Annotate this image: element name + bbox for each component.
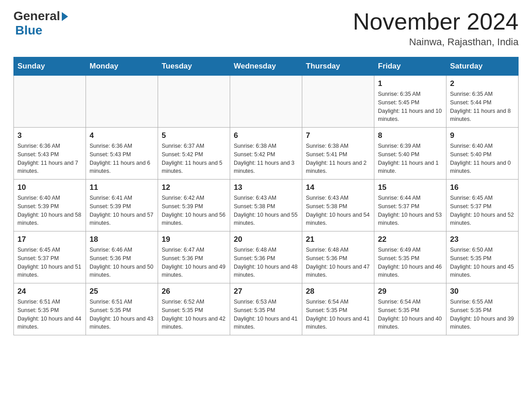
calendar-day-cell — [86, 76, 158, 128]
calendar-day-cell — [302, 76, 374, 128]
day-info: Sunrise: 6:35 AMSunset: 5:45 PMDaylight:… — [378, 90, 442, 124]
day-info: Sunrise: 6:54 AMSunset: 5:35 PMDaylight:… — [378, 298, 442, 331]
calendar-week-row: 1Sunrise: 6:35 AMSunset: 5:45 PMDaylight… — [14, 76, 519, 128]
day-number: 16 — [450, 183, 515, 192]
day-info: Sunrise: 6:48 AMSunset: 5:36 PMDaylight:… — [306, 246, 370, 279]
day-info: Sunrise: 6:50 AMSunset: 5:35 PMDaylight:… — [450, 246, 515, 279]
calendar-day-cell: 16Sunrise: 6:45 AMSunset: 5:37 PMDayligh… — [446, 180, 519, 231]
day-info: Sunrise: 6:45 AMSunset: 5:37 PMDaylight:… — [17, 246, 82, 279]
day-number: 27 — [234, 287, 298, 296]
day-info: Sunrise: 6:47 AMSunset: 5:36 PMDaylight:… — [162, 246, 226, 279]
calendar-header-row: SundayMondayTuesdayWednesdayThursdayFrid… — [14, 57, 519, 76]
calendar-day-cell: 3Sunrise: 6:36 AMSunset: 5:43 PMDaylight… — [14, 128, 86, 180]
day-info: Sunrise: 6:39 AMSunset: 5:40 PMDaylight:… — [378, 142, 442, 176]
day-of-week-header: Thursday — [302, 57, 374, 76]
calendar-day-cell: 25Sunrise: 6:51 AMSunset: 5:35 PMDayligh… — [86, 283, 158, 335]
calendar-day-cell: 26Sunrise: 6:52 AMSunset: 5:35 PMDayligh… — [158, 283, 230, 335]
day-number: 10 — [17, 183, 82, 192]
day-number: 14 — [306, 183, 370, 192]
calendar-table: SundayMondayTuesdayWednesdayThursdayFrid… — [13, 57, 519, 335]
page-container: General Blue November 2024 Nainwa, Rajas… — [0, 0, 532, 344]
calendar-day-cell: 17Sunrise: 6:45 AMSunset: 5:37 PMDayligh… — [14, 231, 86, 283]
calendar-title: November 2024 — [353, 9, 519, 34]
day-number: 4 — [90, 131, 154, 140]
day-info: Sunrise: 6:42 AMSunset: 5:39 PMDaylight:… — [162, 194, 226, 227]
calendar-day-cell: 27Sunrise: 6:53 AMSunset: 5:35 PMDayligh… — [230, 283, 302, 335]
day-number: 19 — [162, 235, 226, 244]
calendar-day-cell: 18Sunrise: 6:46 AMSunset: 5:36 PMDayligh… — [86, 231, 158, 283]
day-number: 30 — [450, 287, 515, 296]
day-info: Sunrise: 6:40 AMSunset: 5:40 PMDaylight:… — [450, 142, 515, 176]
day-of-week-header: Monday — [86, 57, 158, 76]
calendar-day-cell: 14Sunrise: 6:43 AMSunset: 5:38 PMDayligh… — [302, 180, 374, 231]
day-number: 11 — [90, 183, 154, 192]
calendar-day-cell: 8Sunrise: 6:39 AMSunset: 5:40 PMDaylight… — [374, 128, 446, 180]
day-number: 29 — [378, 287, 442, 296]
day-number: 23 — [450, 235, 515, 244]
day-number: 24 — [17, 287, 82, 296]
day-number: 18 — [90, 235, 154, 244]
calendar-day-cell: 30Sunrise: 6:55 AMSunset: 5:35 PMDayligh… — [446, 283, 519, 335]
day-number: 2 — [450, 79, 515, 88]
day-info: Sunrise: 6:37 AMSunset: 5:42 PMDaylight:… — [162, 142, 226, 176]
day-info: Sunrise: 6:43 AMSunset: 5:38 PMDaylight:… — [306, 194, 370, 227]
day-info: Sunrise: 6:41 AMSunset: 5:39 PMDaylight:… — [90, 194, 154, 227]
calendar-week-row: 3Sunrise: 6:36 AMSunset: 5:43 PMDaylight… — [14, 128, 519, 180]
logo-blue-text: Blue — [15, 23, 43, 38]
day-number: 8 — [378, 131, 442, 140]
day-number: 6 — [234, 131, 298, 140]
calendar-day-cell: 5Sunrise: 6:37 AMSunset: 5:42 PMDaylight… — [158, 128, 230, 180]
day-number: 25 — [90, 287, 154, 296]
calendar-day-cell: 4Sunrise: 6:36 AMSunset: 5:43 PMDaylight… — [86, 128, 158, 180]
day-number: 26 — [162, 287, 226, 296]
logo-general-text: General — [13, 9, 60, 23]
logo-top: General — [13, 9, 68, 23]
day-number: 1 — [378, 79, 442, 88]
calendar-week-row: 24Sunrise: 6:51 AMSunset: 5:35 PMDayligh… — [14, 283, 519, 335]
day-number: 3 — [17, 131, 82, 140]
calendar-day-cell: 7Sunrise: 6:38 AMSunset: 5:41 PMDaylight… — [302, 128, 374, 180]
day-info: Sunrise: 6:36 AMSunset: 5:43 PMDaylight:… — [90, 142, 154, 176]
calendar-day-cell: 11Sunrise: 6:41 AMSunset: 5:39 PMDayligh… — [86, 180, 158, 231]
logo-arrow-icon — [62, 12, 68, 21]
calendar-day-cell — [230, 76, 302, 128]
day-info: Sunrise: 6:36 AMSunset: 5:43 PMDaylight:… — [17, 142, 82, 176]
calendar-day-cell: 15Sunrise: 6:44 AMSunset: 5:37 PMDayligh… — [374, 180, 446, 231]
calendar-day-cell: 22Sunrise: 6:49 AMSunset: 5:35 PMDayligh… — [374, 231, 446, 283]
logo: General Blue — [13, 9, 68, 38]
day-info: Sunrise: 6:43 AMSunset: 5:38 PMDaylight:… — [234, 194, 298, 227]
day-number: 9 — [450, 131, 515, 140]
day-of-week-header: Tuesday — [158, 57, 230, 76]
calendar-day-cell: 1Sunrise: 6:35 AMSunset: 5:45 PMDaylight… — [374, 76, 446, 128]
day-number: 17 — [17, 235, 82, 244]
day-number: 22 — [378, 235, 442, 244]
day-info: Sunrise: 6:45 AMSunset: 5:37 PMDaylight:… — [450, 194, 515, 227]
day-info: Sunrise: 6:52 AMSunset: 5:35 PMDaylight:… — [162, 298, 226, 331]
day-info: Sunrise: 6:51 AMSunset: 5:35 PMDaylight:… — [17, 298, 82, 331]
title-block: November 2024 Nainwa, Rajasthan, India — [353, 9, 519, 48]
calendar-day-cell: 21Sunrise: 6:48 AMSunset: 5:36 PMDayligh… — [302, 231, 374, 283]
calendar-day-cell: 19Sunrise: 6:47 AMSunset: 5:36 PMDayligh… — [158, 231, 230, 283]
calendar-day-cell — [158, 76, 230, 128]
day-of-week-header: Sunday — [14, 57, 86, 76]
day-number: 5 — [162, 131, 226, 140]
day-number: 15 — [378, 183, 442, 192]
day-info: Sunrise: 6:51 AMSunset: 5:35 PMDaylight:… — [90, 298, 154, 331]
day-info: Sunrise: 6:54 AMSunset: 5:35 PMDaylight:… — [306, 298, 370, 331]
calendar-week-row: 10Sunrise: 6:40 AMSunset: 5:39 PMDayligh… — [14, 180, 519, 231]
day-number: 21 — [306, 235, 370, 244]
day-number: 13 — [234, 183, 298, 192]
day-number: 28 — [306, 287, 370, 296]
calendar-day-cell: 28Sunrise: 6:54 AMSunset: 5:35 PMDayligh… — [302, 283, 374, 335]
calendar-day-cell: 9Sunrise: 6:40 AMSunset: 5:40 PMDaylight… — [446, 128, 519, 180]
calendar-day-cell: 6Sunrise: 6:38 AMSunset: 5:42 PMDaylight… — [230, 128, 302, 180]
day-number: 12 — [162, 183, 226, 192]
calendar-day-cell — [14, 76, 86, 128]
day-info: Sunrise: 6:38 AMSunset: 5:42 PMDaylight:… — [234, 142, 298, 176]
day-info: Sunrise: 6:53 AMSunset: 5:35 PMDaylight:… — [234, 298, 298, 331]
day-info: Sunrise: 6:49 AMSunset: 5:35 PMDaylight:… — [378, 246, 442, 279]
day-of-week-header: Wednesday — [230, 57, 302, 76]
calendar-week-row: 17Sunrise: 6:45 AMSunset: 5:37 PMDayligh… — [14, 231, 519, 283]
day-info: Sunrise: 6:48 AMSunset: 5:36 PMDaylight:… — [234, 246, 298, 279]
day-info: Sunrise: 6:35 AMSunset: 5:44 PMDaylight:… — [450, 90, 515, 124]
